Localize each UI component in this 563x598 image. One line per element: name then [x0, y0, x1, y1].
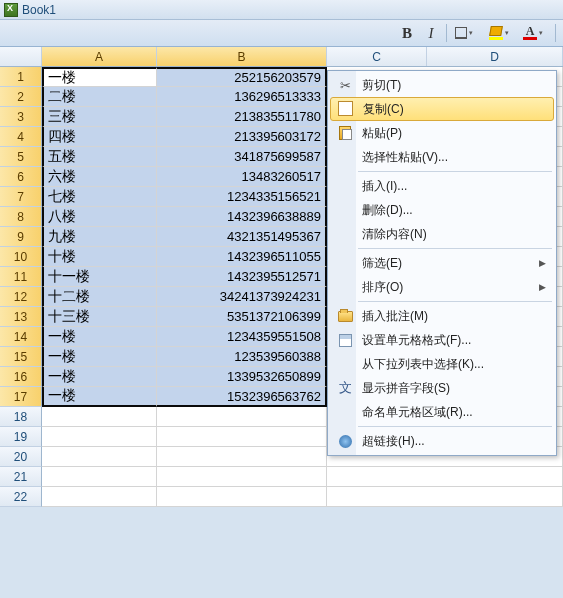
cell[interactable]: 十三楼	[42, 307, 157, 327]
cell[interactable]: 34241373924231	[157, 287, 327, 307]
menu-separator	[358, 426, 552, 427]
row-header[interactable]: 13	[0, 307, 42, 327]
cell[interactable]: 四楼	[42, 127, 157, 147]
cell[interactable]: 4321351495367	[157, 227, 327, 247]
cell[interactable]	[157, 447, 327, 467]
column-headers: A B C D	[0, 47, 563, 67]
cell[interactable]	[157, 487, 327, 507]
cell[interactable]: 一楼	[42, 367, 157, 387]
cell[interactable]	[157, 407, 327, 427]
menu-label: 命名单元格区域(R)...	[356, 404, 473, 421]
row-header[interactable]: 5	[0, 147, 42, 167]
cell[interactable]: 213835511780	[157, 107, 327, 127]
menu-insert[interactable]: 插入(I)...	[330, 174, 554, 198]
cell[interactable]: 1339532650899	[157, 367, 327, 387]
cell[interactable]	[42, 487, 157, 507]
menu-sort[interactable]: 排序(O) ▶	[330, 275, 554, 299]
col-header-b[interactable]: B	[157, 47, 327, 66]
cell[interactable]	[327, 467, 563, 487]
font-color-button[interactable]: A	[519, 23, 551, 43]
select-all-corner[interactable]	[0, 47, 42, 66]
table-row: 22	[0, 487, 563, 507]
col-header-d[interactable]: D	[427, 47, 563, 66]
col-header-c[interactable]: C	[327, 47, 427, 66]
cell[interactable]: 十一楼	[42, 267, 157, 287]
paste-icon	[339, 126, 351, 140]
cell[interactable]: 13483260517	[157, 167, 327, 187]
row-header[interactable]: 14	[0, 327, 42, 347]
cell[interactable]: 213395603172	[157, 127, 327, 147]
menu-filter[interactable]: 筛选(E) ▶	[330, 251, 554, 275]
menu-hyperlink[interactable]: 超链接(H)...	[330, 429, 554, 453]
row-header[interactable]: 1	[0, 67, 42, 87]
cell[interactable]: 123539560388	[157, 347, 327, 367]
row-header[interactable]: 11	[0, 267, 42, 287]
row-header[interactable]: 20	[0, 447, 42, 467]
cell[interactable]: 1432396511055	[157, 247, 327, 267]
row-header[interactable]: 4	[0, 127, 42, 147]
row-header[interactable]: 10	[0, 247, 42, 267]
row-header[interactable]: 2	[0, 87, 42, 107]
italic-button[interactable]: I	[420, 23, 442, 43]
cell[interactable]: 252156203579	[157, 67, 327, 87]
cell[interactable]	[42, 427, 157, 447]
menu-insert-comment[interactable]: 插入批注(M)	[330, 304, 554, 328]
menu-pick-from-list[interactable]: 从下拉列表中选择(K)...	[330, 352, 554, 376]
menu-clear[interactable]: 清除内容(N)	[330, 222, 554, 246]
menu-name-range[interactable]: 命名单元格区域(R)...	[330, 400, 554, 424]
cell[interactable]: 一楼	[42, 327, 157, 347]
menu-delete[interactable]: 删除(D)...	[330, 198, 554, 222]
cell[interactable]	[42, 447, 157, 467]
row-header[interactable]: 15	[0, 347, 42, 367]
cell[interactable]	[42, 407, 157, 427]
cell[interactable]: 1432395512571	[157, 267, 327, 287]
menu-show-pinyin[interactable]: 文 显示拼音字段(S)	[330, 376, 554, 400]
cell[interactable]: 1234335156521	[157, 187, 327, 207]
cell[interactable]	[327, 487, 563, 507]
cell[interactable]	[157, 427, 327, 447]
row-header[interactable]: 22	[0, 487, 42, 507]
row-header[interactable]: 6	[0, 167, 42, 187]
cell[interactable]: 1532396563762	[157, 387, 327, 407]
border-button[interactable]	[451, 23, 483, 43]
row-header[interactable]: 21	[0, 467, 42, 487]
row-header[interactable]: 16	[0, 367, 42, 387]
menu-copy[interactable]: 复制(C)	[330, 97, 554, 121]
row-header[interactable]: 9	[0, 227, 42, 247]
cell[interactable]: 十楼	[42, 247, 157, 267]
col-header-a[interactable]: A	[42, 47, 157, 66]
row-header[interactable]: 19	[0, 427, 42, 447]
cell[interactable]: 九楼	[42, 227, 157, 247]
cell[interactable]: 1432396638889	[157, 207, 327, 227]
menu-label: 选择性粘贴(V)...	[356, 149, 448, 166]
menu-cut[interactable]: 剪切(T)	[330, 73, 554, 97]
cell[interactable]: 二楼	[42, 87, 157, 107]
cell[interactable]: 六楼	[42, 167, 157, 187]
row-header[interactable]: 12	[0, 287, 42, 307]
cell[interactable]: 一楼	[42, 347, 157, 367]
menu-label: 清除内容(N)	[356, 226, 427, 243]
row-header[interactable]: 17	[0, 387, 42, 407]
menu-format-cells[interactable]: 设置单元格格式(F)...	[330, 328, 554, 352]
row-header[interactable]: 3	[0, 107, 42, 127]
cell[interactable]: 三楼	[42, 107, 157, 127]
row-header[interactable]: 7	[0, 187, 42, 207]
cell[interactable]: 341875699587	[157, 147, 327, 167]
cell[interactable]	[42, 467, 157, 487]
cell[interactable]: 五楼	[42, 147, 157, 167]
menu-paste[interactable]: 粘贴(P)	[330, 121, 554, 145]
menu-paste-special[interactable]: 选择性粘贴(V)...	[330, 145, 554, 169]
fill-color-button[interactable]	[485, 23, 517, 43]
cell[interactable]: 一楼	[42, 387, 157, 407]
row-header[interactable]: 8	[0, 207, 42, 227]
cell[interactable]	[157, 467, 327, 487]
cell[interactable]: 5351372106399	[157, 307, 327, 327]
cell[interactable]: 十二楼	[42, 287, 157, 307]
cell[interactable]: 七楼	[42, 187, 157, 207]
cell[interactable]: 八楼	[42, 207, 157, 227]
cell[interactable]: 一楼	[42, 67, 157, 87]
cell[interactable]: 1234359551508	[157, 327, 327, 347]
bold-button[interactable]: B	[396, 23, 418, 43]
cell[interactable]: 136296513333	[157, 87, 327, 107]
row-header[interactable]: 18	[0, 407, 42, 427]
